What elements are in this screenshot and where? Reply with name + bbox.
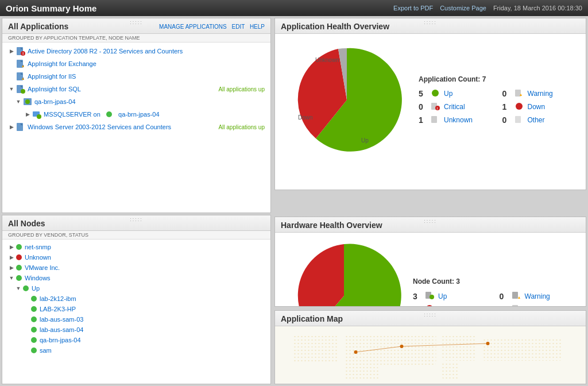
export-pdf-link[interactable]: Export to PDF (393, 5, 433, 11)
list-item[interactable]: ▼ qa-brn-jpas-04 (6, 95, 267, 108)
hw-warning-link[interactable]: Warning (525, 292, 550, 300)
help-link[interactable]: HELP (250, 24, 265, 30)
svg-point-34 (426, 305, 433, 307)
svg-rect-29 (515, 116, 521, 123)
app-badge: All applications up (218, 86, 265, 92)
expand-icon[interactable]: ▶ (8, 254, 15, 261)
svg-text:!: ! (437, 107, 438, 110)
app-health-header: ::::: Application Health Overview (275, 18, 586, 34)
expand-icon[interactable]: ▶ (24, 111, 31, 118)
expand-icon[interactable]: ▶ (8, 264, 15, 271)
expand-icon[interactable]: ▶ (8, 244, 15, 250)
expand-icon[interactable]: ▶ (8, 48, 15, 55)
node-label[interactable]: VMware Inc. (25, 264, 265, 271)
legend-item-hw-critical: 1 Critical (413, 304, 488, 307)
list-item[interactable]: ▼ Up (6, 283, 267, 294)
edit-link[interactable]: EDIT (231, 24, 245, 30)
status-dot (16, 265, 22, 271)
list-item[interactable]: ▶ ! AppInsight for Exchange (6, 57, 267, 70)
other-link[interactable]: Other (528, 116, 545, 124)
legend-item-hw-undefined: 0 Undefined (500, 304, 575, 307)
legend-item-up: 5 Up (419, 89, 491, 99)
app-doc-icon: ! (16, 47, 25, 56)
list-item[interactable]: lab-aus-sam-03 (6, 314, 267, 325)
all-applications-header: ::::: All Applications MANAGE APPLICATIO… (2, 18, 270, 34)
status-dot (31, 337, 37, 343)
svg-rect-37 (293, 335, 339, 364)
other-doc-icon (514, 115, 524, 125)
svg-rect-8 (17, 72, 23, 80)
app-label[interactable]: qa-brn-jpas-04 (34, 98, 265, 105)
list-item[interactable]: ▶ ! AppInsight for IIS (6, 70, 267, 83)
hw-health-chart-area: Critical Up Node Count: 3 3 Up 0 (275, 233, 586, 307)
critical-link[interactable]: Critical (444, 103, 465, 111)
expand-icon[interactable]: ▼ (15, 285, 22, 292)
app-label[interactable]: AppInsight for Exchange (28, 60, 265, 67)
expand-icon[interactable]: ▶ (8, 123, 15, 130)
list-item[interactable]: lab-2k12-ibm (6, 294, 267, 304)
legend-item-hw-up: 3 Up (413, 291, 488, 301)
node-label[interactable]: lab-aus-sam-04 (40, 326, 265, 333)
node-label[interactable]: Windows (25, 275, 265, 281)
hw-undefined-doc-icon (511, 304, 521, 307)
app-label[interactable]: MSSQLSERVER on qa-brn-jpas-04 (44, 111, 265, 118)
status-dot (16, 254, 22, 260)
svg-rect-42 (442, 362, 459, 379)
node-label[interactable]: lab-aus-sam-03 (40, 316, 265, 323)
list-item[interactable]: LAB-2K3-HP (6, 304, 267, 314)
node-label[interactable]: sam (40, 347, 265, 354)
status-dot (23, 285, 29, 291)
node-label[interactable]: Unknown (25, 254, 265, 261)
customize-page-link[interactable]: Customize Page (440, 5, 486, 11)
hw-health-legend: Node Count: 3 3 Up 0 Warning (413, 277, 574, 307)
expand-icon[interactable]: ▼ (8, 86, 15, 92)
app-title: Orion Summary Home (6, 3, 96, 13)
list-item[interactable]: ▶ Unknown (6, 252, 267, 263)
node-label[interactable]: net-snmp (25, 244, 265, 250)
list-item[interactable]: sam (6, 345, 267, 356)
list-item[interactable]: ▶ MSSQLSERVER on qa-brn-jpas-04 (6, 108, 267, 121)
status-dot (16, 275, 22, 281)
svg-point-14 (21, 89, 25, 94)
app-doc-warn-icon2: ! (16, 72, 25, 81)
list-item[interactable]: ▶ VMware Inc. (6, 263, 267, 273)
list-item[interactable]: qa-brn-jpas-04 (6, 335, 267, 345)
app-label[interactable]: AppInsight for IIS (28, 73, 265, 80)
hw-critical-link[interactable]: Critical (438, 306, 459, 307)
svg-rect-19 (17, 123, 23, 131)
app-label[interactable]: Active Directory 2008 R2 - 2012 Services… (28, 48, 265, 55)
status-dot (16, 244, 22, 250)
svg-rect-41 (345, 366, 379, 381)
unknown-link[interactable]: Unknown (444, 116, 473, 124)
app-health-title: Application Health Overview (281, 22, 389, 31)
all-nodes-subtitle: GROUPED BY VENDOR, STATUS (2, 231, 270, 240)
app-count-label: Application Count: 7 (419, 75, 574, 83)
app-map-header: ::::: Application Map (275, 311, 586, 326)
all-nodes-header: ::::: All Nodes (2, 215, 270, 231)
svg-point-47 (354, 350, 358, 354)
hw-critical-dot-icon (424, 304, 435, 307)
all-applications-tree: ▶ ! Active Directory 2008 R2 - 2012 Serv… (2, 43, 270, 202)
list-item[interactable]: lab-aus-sam-04 (6, 325, 267, 335)
manage-applications-link[interactable]: MANAGE APPLICATIONS (159, 24, 227, 30)
hw-up-link[interactable]: Up (438, 292, 447, 300)
list-item[interactable]: ▶ net-snmp (6, 242, 267, 252)
list-item[interactable]: ▶ ! Active Directory 2008 R2 - 2012 Serv… (6, 45, 267, 57)
up-link[interactable]: Up (444, 90, 452, 98)
expand-icon[interactable]: ▼ (15, 98, 22, 105)
status-dot (31, 327, 37, 333)
node-label[interactable]: qa-brn-jpas-04 (40, 337, 265, 343)
list-item[interactable]: ▼ Windows (6, 273, 267, 283)
app-node-green-icon (23, 97, 32, 106)
app-label[interactable]: Windows Server 2003-2012 Services and Co… (28, 123, 218, 130)
expand-icon[interactable]: ▼ (8, 275, 15, 281)
warning-link[interactable]: Warning (528, 90, 553, 98)
node-label[interactable]: lab-2k12-ibm (40, 295, 265, 302)
list-item[interactable]: ▶ Windows Server 2003-2012 Services and … (6, 121, 267, 133)
hw-undefined-link[interactable]: Undefined (525, 306, 556, 307)
node-label[interactable]: LAB-2K3-HP (40, 306, 265, 312)
node-label[interactable]: Up (32, 285, 265, 292)
down-link[interactable]: Down (528, 103, 546, 111)
app-label[interactable]: AppInsight for SQL (28, 86, 218, 92)
list-item[interactable]: ▼ AppInsight for SQL All applications up (6, 83, 267, 95)
